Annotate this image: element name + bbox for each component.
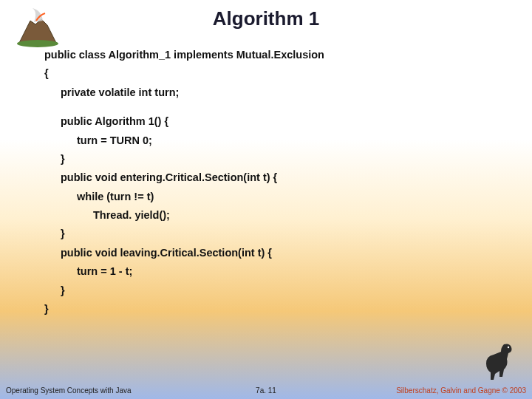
code-line: public void leaving.Critical.Section(int… (44, 244, 324, 262)
code-line: public void entering.Critical.Section(in… (44, 168, 324, 187)
slide-footer: Operating System Concepts with Java 7a. … (0, 386, 532, 395)
code-line: Thread. yield(); (44, 206, 324, 225)
svg-point-1 (508, 347, 509, 348)
code-line: turn = 1 - t; (44, 262, 324, 281)
slide-title: Algorithm 1 (0, 0, 532, 30)
code-line: } (44, 300, 324, 318)
code-blank (44, 102, 324, 112)
code-line: } (44, 225, 324, 243)
code-line: turn = TURN 0; (44, 132, 324, 150)
volcano-icon (12, 6, 64, 49)
footer-page-number: 7a. 11 (256, 386, 276, 395)
code-line: } (44, 150, 324, 168)
footer-left: Operating System Concepts with Java (6, 386, 132, 395)
dinosaur-icon (479, 340, 516, 383)
code-block: public class Algorithm_1 implements Mutu… (44, 46, 324, 318)
code-line: public Algorithm 1() { (44, 112, 324, 131)
code-line: { (44, 64, 324, 83)
code-line: while (turn != t) (44, 188, 324, 206)
code-line: public class Algorithm_1 implements Mutu… (44, 46, 324, 64)
code-line: private volatile int turn; (44, 83, 324, 102)
code-line: } (44, 282, 324, 300)
footer-copyright: Silberschatz, Galvin and Gagne © 2003 (396, 386, 526, 395)
